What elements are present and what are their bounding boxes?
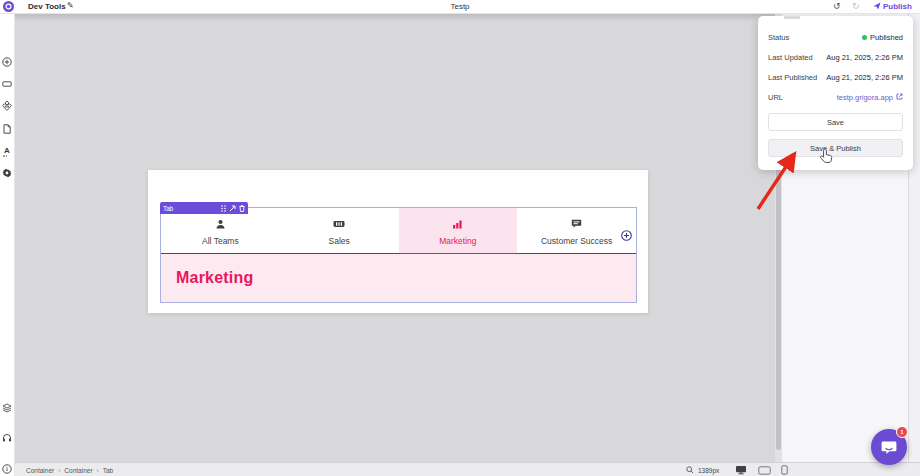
status-value: Published — [870, 33, 903, 42]
last-published-value: Aug 21, 2025, 2:26 PM — [826, 73, 903, 82]
breadcrumb-container-2[interactable]: Container — [64, 467, 92, 474]
layers-icon[interactable] — [2, 403, 12, 413]
tab-label: All Teams — [202, 236, 239, 246]
add-tab-button[interactable] — [621, 227, 632, 238]
publish-plane-icon — [873, 2, 881, 12]
redo-icon[interactable]: ↻ — [852, 0, 860, 13]
left-toolbar: A — [0, 13, 15, 476]
drag-handle-icon[interactable] — [221, 205, 226, 212]
support-headphones-icon[interactable] — [2, 433, 12, 443]
breadcrumb-separator: › — [58, 467, 60, 474]
chat-widget[interactable]: 1 — [871, 429, 907, 465]
delete-block-icon[interactable] — [239, 205, 245, 212]
url-row: URL testp.grigora.app — [768, 87, 903, 107]
tab-content-panel[interactable]: Marketing — [161, 254, 636, 302]
tab-marketing[interactable]: Marketing — [399, 208, 518, 253]
save-button[interactable]: Save — [768, 113, 903, 131]
tab-bar: All Teams Sales Marketing Customer Succe… — [161, 208, 636, 254]
breadcrumb: Container › Container › Tab — [26, 463, 113, 476]
tab-label: Customer Success — [541, 236, 612, 246]
viewport-width-value: 1389px — [698, 467, 719, 474]
select-parent-icon[interactable] — [229, 205, 236, 212]
publish-button[interactable]: Publish — [873, 0, 912, 13]
typography-icon[interactable]: A — [2, 146, 12, 156]
last-updated-value: Aug 21, 2025, 2:26 PM — [826, 53, 903, 62]
tab-sales[interactable]: Sales — [280, 208, 399, 253]
blocks-library-icon[interactable] — [2, 101, 12, 111]
status-label: Status — [768, 33, 789, 42]
breadcrumb-tab[interactable]: Tab — [103, 467, 113, 474]
tab-all-teams[interactable]: All Teams — [161, 208, 280, 253]
tab-customer-success[interactable]: Customer Success — [517, 208, 636, 253]
ticket-icon — [333, 215, 345, 233]
info-icon[interactable] — [2, 464, 12, 474]
tablet-device-icon[interactable] — [758, 466, 771, 475]
last-updated-label: Last Updated — [768, 53, 813, 62]
site-url-link[interactable]: testp.grigora.app — [837, 93, 903, 102]
top-bar: Dev Tools ✎ Testp ↺ ↻ Publish — [0, 0, 920, 14]
mobile-device-icon[interactable] — [781, 465, 788, 475]
tab-label: Marketing — [439, 236, 476, 246]
chat-icon — [571, 215, 582, 233]
canvas-scrollbar-thumb[interactable] — [776, 150, 781, 450]
status-row: Status Published — [768, 27, 903, 47]
bar-chart-icon — [452, 215, 463, 233]
block-toolbar[interactable]: Tab — [160, 202, 248, 214]
frame-icon[interactable] — [2, 79, 12, 89]
published-status-dot — [862, 35, 867, 40]
add-block-icon[interactable] — [2, 57, 12, 67]
breadcrumb-separator: › — [97, 467, 99, 474]
status-bar: Container › Container › Tab 1389px — [14, 462, 920, 476]
tab-block[interactable]: All Teams Sales Marketing Customer Succe… — [160, 207, 637, 303]
breadcrumb-container-1[interactable]: Container — [26, 467, 54, 474]
external-link-icon — [896, 93, 903, 102]
person-icon — [215, 215, 226, 233]
page-title: Testp — [0, 0, 920, 13]
last-updated-row: Last Updated Aug 21, 2025, 2:26 PM — [768, 47, 903, 67]
desktop-device-icon[interactable] — [735, 465, 747, 475]
pages-icon[interactable] — [2, 124, 12, 134]
clipped-panel-control — [784, 16, 800, 19]
save-and-publish-button[interactable]: Save & Publish — [768, 139, 903, 157]
settings-gear-icon[interactable] — [2, 168, 12, 178]
tab-label: Sales — [328, 236, 349, 246]
block-toolbar-label: Tab — [163, 205, 218, 212]
viewport-controls: 1389px — [686, 463, 788, 476]
tab-content-heading: Marketing — [176, 269, 253, 287]
last-published-label: Last Published — [768, 73, 817, 82]
undo-icon[interactable]: ↺ — [833, 0, 841, 13]
url-label: URL — [768, 93, 783, 102]
publish-panel: Status Published Last Updated Aug 21, 20… — [758, 16, 913, 170]
last-published-row: Last Published Aug 21, 2025, 2:26 PM — [768, 67, 903, 87]
zoom-magnifier-icon[interactable] — [686, 466, 694, 474]
grigora-editor: Tab All Teams Sales — [0, 0, 920, 476]
chat-notification-badge: 1 — [896, 426, 908, 438]
